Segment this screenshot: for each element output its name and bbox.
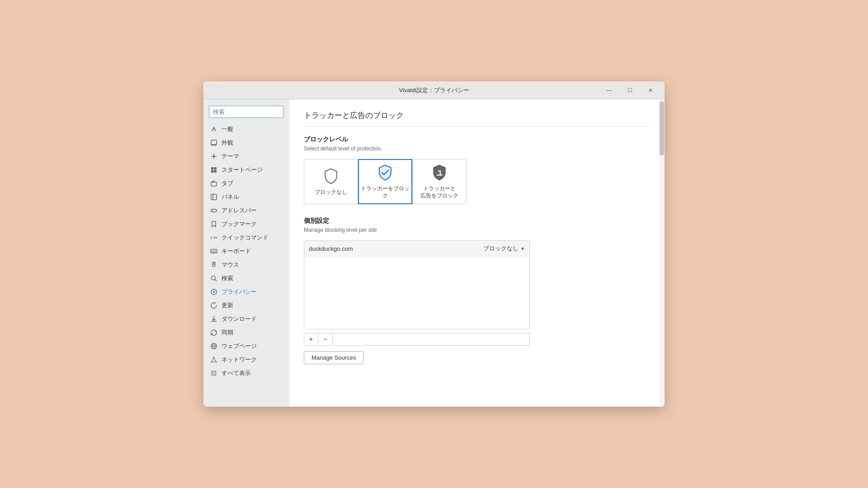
search-input[interactable] [209,106,284,118]
title-bar: Vivaldi設定：プライバシー — ☐ ✕ [203,81,665,99]
start-page-icon [210,166,218,174]
search-wrapper [203,103,289,122]
sidebar-item-appearance[interactable]: 外観 [203,136,289,150]
svg-point-2 [213,155,215,157]
sidebar-item-label: ネットワーク [222,356,257,364]
svg-rect-3 [211,167,214,170]
site-blocking-table: duckduckgo.com ブロックなし ▼ [304,240,530,329]
downloads-icon [210,315,218,323]
sidebar-item-privacy[interactable]: プライバシー [203,285,289,299]
sidebar-item-label: 検索 [222,274,233,282]
manage-sources-button[interactable]: Manage Sources [304,351,363,364]
block-option-none[interactable]: ブロックなし [304,159,358,204]
updates-icon [210,301,218,310]
sidebar-item-label: すべて表示 [222,369,251,377]
individual-settings-desc: Manage blocking level per site [304,227,650,233]
search-icon [210,274,218,282]
block-option-trackers-ads[interactable]: トラッカーと 広告をブロック [412,159,467,204]
block-option-none-label: ブロックなし [315,189,347,196]
svg-point-23 [213,291,215,293]
sidebar-item-downloads[interactable]: ダウンロード [203,312,289,326]
close-button[interactable]: ✕ [640,83,661,98]
level-text: ブロックなし [483,244,519,253]
network-icon [210,356,218,364]
mouse-icon [210,261,218,269]
sidebar-item-label: 一般 [222,125,233,133]
svg-rect-6 [214,170,217,173]
svg-point-28 [213,357,215,358]
sidebar-item-label: パネル [222,193,239,201]
sidebar-item-label: 同期 [222,328,233,337]
window-title: Vivaldi設定：プライバシー [399,86,469,94]
sidebar-item-label: タブ [222,179,233,188]
sidebar-item-address-bar[interactable]: アドレスバー [203,204,289,217]
sidebar-item-tabs[interactable]: タブ [203,177,289,190]
sidebar-item-label: プライバシー [222,288,257,296]
appearance-icon [210,139,218,147]
sidebar-item-themes[interactable]: テーマ [203,150,289,163]
sidebar-item-mouse[interactable]: マウス [203,258,289,272]
site-input[interactable] [333,333,530,346]
scrollbar-track[interactable] [659,99,665,407]
quick-commands-icon [210,234,218,242]
individual-settings-title: 個別設定 [304,217,650,225]
webpages-icon [210,342,218,350]
tabs-icon [210,179,218,188]
sidebar-item-updates[interactable]: 更新 [203,299,289,312]
add-site-button[interactable]: + [304,333,318,346]
sidebar-item-label: ダウンロード [222,315,257,323]
block-level-section: ブロックレベル Select default level of protecti… [304,136,650,204]
sidebar-item-start-page[interactable]: スタートページ [203,163,289,177]
svg-point-30 [216,361,217,363]
svg-rect-4 [214,167,217,170]
sidebar-item-label: 外観 [222,139,233,147]
level-cell[interactable]: ブロックなし ▼ [483,244,525,253]
block-option-trackers-label: トラッカーをブロック [359,185,411,199]
svg-line-21 [215,280,217,282]
block-option-trackers[interactable]: トラッカーをブロック [358,159,412,204]
window-controls: — ☐ ✕ [599,83,661,98]
individual-settings-section: 個別設定 Manage blocking level per site duck… [304,217,650,364]
block-level-title: ブロックレベル [304,136,650,144]
sidebar-item-webpages[interactable]: ウェブページ [203,339,289,353]
sidebar-item-sync[interactable]: 同期 [203,326,289,339]
sidebar-item-label: キーボード [222,247,251,255]
sidebar-item-label: クイックコマンド [222,234,269,242]
dropdown-arrow: ▼ [520,246,525,251]
sidebar-item-label: ブックマーク [222,220,257,228]
address-bar-icon [210,206,218,215]
sidebar-item-keyboard[interactable]: キーボード [203,244,289,258]
privacy-icon [210,288,218,296]
section-divider [304,126,650,127]
sidebar: 一般 外観 テー [203,99,289,407]
svg-rect-5 [211,170,214,173]
block-option-trackers-ads-label: トラッカーと 広告をブロック [420,185,458,199]
show-all-icon [210,369,218,377]
minimize-button[interactable]: — [599,83,619,98]
keyboard-icon [210,247,218,255]
svg-rect-12 [211,249,217,253]
svg-point-29 [211,361,212,363]
sidebar-item-panels[interactable]: パネル [203,190,289,204]
sidebar-item-quick-commands[interactable]: クイックコマンド [203,231,289,244]
remove-site-button[interactable]: − [318,333,333,346]
sidebar-item-general[interactable]: 一般 [203,122,289,136]
sidebar-item-bookmarks[interactable]: ブックマーク [203,217,289,231]
block-level-desc: Select default level of protection. [304,145,650,152]
sidebar-item-label: 更新 [222,301,233,310]
svg-rect-7 [211,182,217,186]
maximize-button[interactable]: ☐ [619,83,640,98]
svg-rect-0 [211,140,217,145]
sidebar-item-label: マウス [222,261,239,269]
sidebar-item-label: スタートページ [222,166,263,174]
svg-line-31 [212,358,214,361]
sidebar-item-label: テーマ [222,152,239,160]
table-controls: + − [304,333,650,346]
scrollbar-thumb[interactable] [660,101,664,155]
sidebar-item-show-all[interactable]: すべて表示 [203,366,289,380]
sidebar-item-network[interactable]: ネットワーク [203,353,289,366]
svg-rect-10 [211,209,217,212]
table-body [304,257,529,329]
sidebar-item-search[interactable]: 検索 [203,272,289,285]
domain-cell: duckduckgo.com [309,245,483,252]
